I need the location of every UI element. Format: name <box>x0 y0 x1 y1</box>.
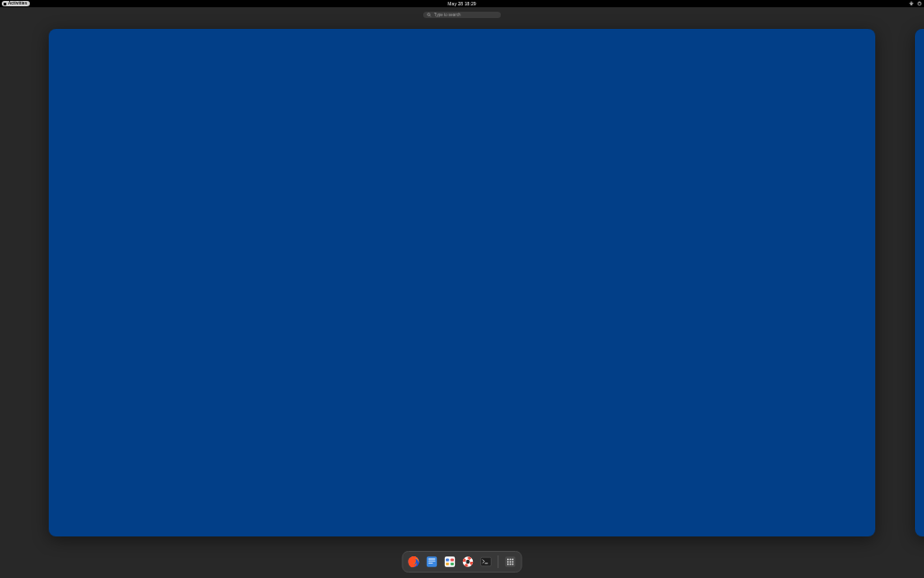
terminal-icon[interactable] <box>479 555 494 569</box>
svg-point-27 <box>510 564 512 565</box>
svg-point-3 <box>428 14 430 16</box>
text-editor-icon[interactable] <box>425 555 439 569</box>
system-status-area[interactable] <box>909 1 922 6</box>
workspaces-overview <box>0 22 924 545</box>
svg-point-16 <box>466 560 469 564</box>
svg-rect-6 <box>427 556 437 566</box>
power-icon <box>917 1 922 6</box>
svg-rect-17 <box>481 557 491 566</box>
overview-search <box>423 12 501 18</box>
svg-point-23 <box>507 561 509 563</box>
svg-rect-10 <box>445 556 455 566</box>
activities-button[interactable]: Activities <box>2 1 30 6</box>
search-icon <box>427 13 431 17</box>
workspace-thumbnail-current[interactable] <box>49 29 875 536</box>
dash <box>402 551 522 573</box>
svg-point-26 <box>507 564 509 565</box>
svg-rect-14 <box>450 563 454 565</box>
search-input[interactable] <box>434 13 497 17</box>
accessibility-icon <box>909 1 914 6</box>
svg-point-0 <box>910 1 912 3</box>
svg-point-28 <box>512 564 513 565</box>
svg-rect-12 <box>450 559 454 562</box>
dash-separator <box>498 555 499 568</box>
svg-rect-13 <box>446 563 449 565</box>
svg-point-20 <box>507 559 509 561</box>
search-field[interactable] <box>423 12 501 18</box>
activities-indicator-icon <box>4 3 6 5</box>
svg-point-25 <box>512 561 513 563</box>
svg-point-22 <box>512 559 513 561</box>
show-applications-icon[interactable] <box>504 555 518 569</box>
svg-point-24 <box>510 561 512 563</box>
svg-rect-9 <box>429 563 433 564</box>
help-icon[interactable] <box>461 555 476 569</box>
svg-rect-8 <box>429 561 436 562</box>
top-bar: Activities May 28 18:29 <box>0 0 924 7</box>
clock[interactable]: May 28 18:29 <box>448 0 476 7</box>
software-icon[interactable] <box>443 555 457 569</box>
svg-point-21 <box>510 559 512 561</box>
workspace-thumbnail-next[interactable] <box>915 29 924 536</box>
svg-line-4 <box>430 15 430 16</box>
svg-rect-11 <box>446 559 449 562</box>
svg-rect-7 <box>429 559 436 560</box>
activities-label: Activities <box>8 0 27 7</box>
firefox-icon[interactable] <box>407 555 421 569</box>
